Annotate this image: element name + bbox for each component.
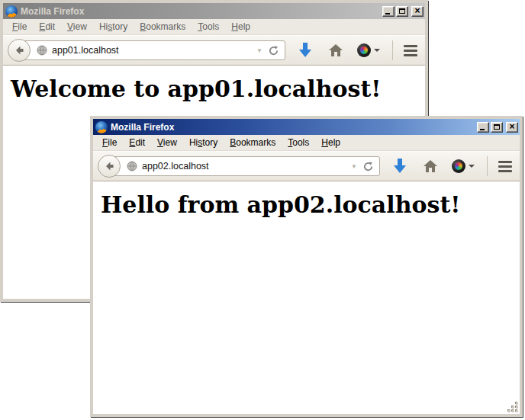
url-value: app01.localhost (52, 45, 253, 56)
window-controls: × (477, 122, 518, 133)
back-button[interactable] (8, 39, 31, 62)
browser-window-app02: Mozilla Firefox × FileEditViewHistoryBoo… (90, 116, 523, 417)
hamburger-icon (404, 45, 417, 56)
maximize-icon (494, 124, 500, 130)
title-bar[interactable]: Mozilla Firefox × (93, 119, 520, 135)
back-arrow-icon (13, 44, 25, 56)
menu-bar: FileEditViewHistoryBookmarksToolsHelp (3, 19, 425, 35)
navigation-toolbar: app02.localhost ▼ (93, 151, 520, 181)
toolbar-separator (392, 40, 393, 60)
menu-edit[interactable]: Edit (33, 20, 61, 34)
colorwheel-extension-button[interactable] (452, 159, 475, 173)
page-content: Hello from app02.localhost! (93, 181, 520, 414)
download-arrow-icon (392, 158, 407, 175)
menu-help[interactable]: Help (225, 20, 256, 34)
close-button[interactable]: × (411, 6, 424, 17)
globe-icon (127, 161, 137, 172)
minimize-button[interactable] (382, 6, 395, 17)
download-button[interactable] (298, 42, 313, 59)
urlbar-dropdown-icon[interactable]: ▼ (253, 47, 266, 54)
menu-tools[interactable]: Tools (192, 20, 225, 34)
url-bar[interactable]: app02.localhost ▼ (109, 156, 380, 176)
close-icon: × (414, 6, 420, 15)
globe-icon (37, 45, 47, 56)
resize-grip[interactable] (508, 402, 519, 413)
menu-bar: FileEditViewHistoryBookmarksToolsHelp (93, 135, 520, 151)
reload-icon (362, 161, 374, 172)
minimize-icon (385, 13, 390, 14)
menu-bookmarks[interactable]: Bookmarks (134, 20, 192, 34)
title-bar[interactable]: Mozilla Firefox × (3, 3, 425, 19)
firefox-logo-icon (95, 121, 108, 133)
menu-tools[interactable]: Tools (282, 136, 315, 149)
menu-bookmarks[interactable]: Bookmarks (224, 136, 282, 149)
chevron-down-icon (374, 49, 380, 52)
back-arrow-icon (103, 160, 115, 172)
page-heading: Hello from app02.localhost! (101, 191, 520, 218)
download-arrow-icon (298, 42, 313, 59)
home-button[interactable] (423, 159, 438, 173)
colorwheel-extension-button[interactable] (357, 43, 380, 57)
url-value: app02.localhost (142, 161, 348, 172)
navigation-toolbar: app01.localhost ▼ (3, 35, 425, 66)
menu-help[interactable]: Help (315, 136, 346, 149)
toolbar-separator (487, 156, 488, 176)
maximize-icon (399, 8, 405, 14)
menu-file[interactable]: File (6, 20, 33, 34)
back-button[interactable] (98, 155, 121, 178)
chevron-down-icon (469, 165, 475, 168)
colorwheel-icon (452, 159, 465, 173)
menu-history[interactable]: History (93, 20, 134, 34)
desktop: Mozilla Firefox × FileEditViewHistoryBoo… (0, 0, 525, 420)
close-button[interactable]: × (506, 122, 518, 133)
menu-view[interactable]: View (151, 136, 183, 149)
urlbar-dropdown-icon[interactable]: ▼ (348, 163, 360, 170)
menu-view[interactable]: View (61, 20, 93, 34)
firefox-logo-icon (5, 5, 18, 18)
colorwheel-icon (357, 43, 371, 57)
download-button[interactable] (392, 158, 407, 175)
reload-button[interactable] (360, 161, 376, 172)
window-controls: × (382, 6, 424, 17)
home-icon (423, 159, 438, 173)
close-icon: × (509, 122, 514, 131)
window-title: Mozilla Firefox (111, 122, 477, 133)
home-icon (328, 43, 343, 57)
maximize-button[interactable] (491, 122, 503, 133)
home-button[interactable] (328, 43, 343, 57)
menu-edit[interactable]: Edit (123, 136, 151, 149)
minimize-button[interactable] (477, 122, 489, 133)
menu-file[interactable]: File (96, 136, 123, 149)
hamburger-icon (498, 161, 512, 172)
reload-icon (268, 45, 279, 56)
reload-button[interactable] (266, 45, 282, 56)
page-heading: Welcome to app01.localhost! (11, 75, 425, 102)
minimize-icon (480, 129, 485, 130)
url-bar[interactable]: app01.localhost ▼ (19, 40, 285, 60)
menu-history[interactable]: History (183, 136, 224, 149)
window-title: Mozilla Firefox (21, 6, 382, 17)
maximize-button[interactable] (396, 6, 408, 17)
menu-hamburger-button[interactable] (404, 45, 417, 56)
menu-hamburger-button[interactable] (498, 161, 512, 172)
